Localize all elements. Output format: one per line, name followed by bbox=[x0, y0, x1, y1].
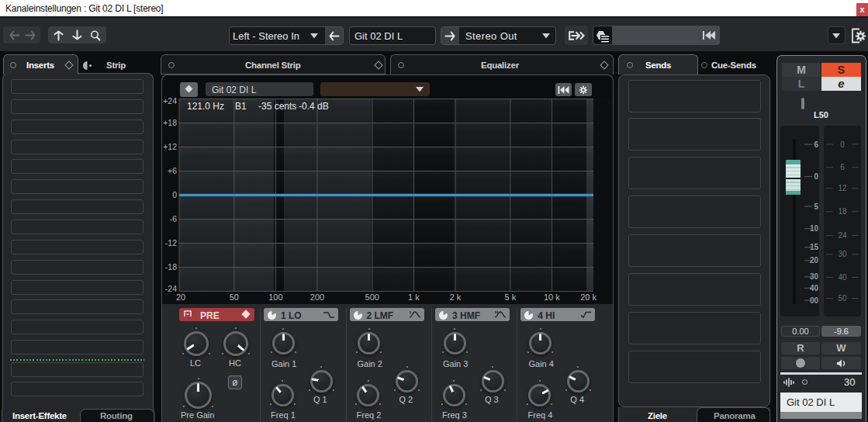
svg-text:+24: +24 bbox=[163, 96, 177, 106]
svg-text:-18: -18 bbox=[165, 262, 177, 272]
svg-text:1 k: 1 k bbox=[408, 292, 420, 302]
svg-text:2 k: 2 k bbox=[450, 292, 462, 302]
svg-text:200: 200 bbox=[310, 292, 324, 302]
svg-text:15: 15 bbox=[810, 243, 819, 251]
svg-text:20: 20 bbox=[810, 256, 819, 265]
svg-text:-35 cents: -35 cents bbox=[258, 101, 296, 112]
svg-text:30: 30 bbox=[810, 272, 819, 281]
svg-text:20: 20 bbox=[176, 292, 185, 302]
svg-text:5 k: 5 k bbox=[504, 292, 516, 302]
svg-text:10: 10 bbox=[810, 224, 819, 233]
svg-text:+6: +6 bbox=[168, 166, 177, 175]
svg-text:-6: -6 bbox=[170, 214, 177, 223]
svg-text:18: 18 bbox=[838, 207, 847, 216]
svg-text:500: 500 bbox=[365, 292, 379, 302]
svg-text:121.0 Hz: 121.0 Hz bbox=[187, 101, 224, 112]
svg-text:0: 0 bbox=[840, 140, 845, 149]
svg-text:6: 6 bbox=[840, 163, 845, 171]
svg-text:-12: -12 bbox=[165, 238, 177, 247]
svg-text:100: 100 bbox=[268, 292, 282, 302]
svg-text:+18: +18 bbox=[163, 118, 177, 127]
svg-text:5: 5 bbox=[814, 202, 818, 211]
svg-text:30: 30 bbox=[838, 250, 847, 258]
svg-text:-24: -24 bbox=[165, 284, 177, 293]
svg-text:20 k: 20 k bbox=[580, 292, 597, 302]
svg-text:00: 00 bbox=[810, 296, 819, 305]
svg-text:50: 50 bbox=[230, 292, 239, 302]
svg-text:10 k: 10 k bbox=[544, 292, 560, 302]
svg-text:0: 0 bbox=[172, 190, 177, 199]
svg-text:0: 0 bbox=[814, 172, 818, 181]
svg-text:40: 40 bbox=[810, 284, 819, 292]
svg-text:+12: +12 bbox=[163, 142, 177, 151]
svg-text:40: 40 bbox=[838, 273, 847, 282]
svg-text:12: 12 bbox=[838, 184, 847, 192]
svg-text:50: 50 bbox=[838, 294, 847, 303]
svg-text:-0.4 dB: -0.4 dB bbox=[299, 101, 329, 112]
svg-text:B1: B1 bbox=[235, 101, 247, 112]
svg-text:6: 6 bbox=[814, 140, 818, 149]
svg-text:24: 24 bbox=[838, 231, 847, 240]
